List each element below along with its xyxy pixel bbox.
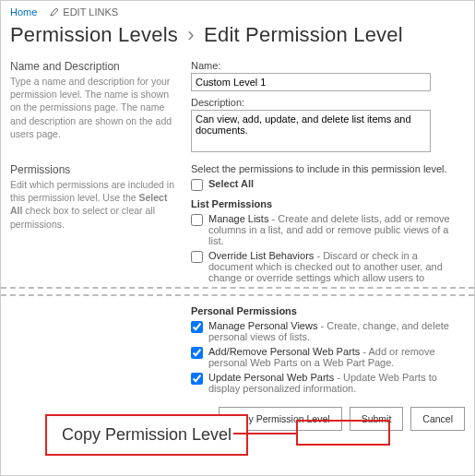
- callout-copy-permission-level: Copy Permission Level: [45, 414, 248, 456]
- perm-manage-personal-views-checkbox[interactable]: [191, 321, 203, 333]
- page-title-current: Edit Permission Level: [204, 23, 403, 46]
- page-title: Permission Levels › Edit Permission Leve…: [10, 23, 465, 47]
- nav-home-link[interactable]: Home: [10, 6, 37, 18]
- section-perms-title: Permissions: [10, 163, 174, 176]
- perm-update-webparts-label: Update Personal Web Parts - Update Web P…: [208, 372, 465, 394]
- section-namedesc-title: Name and Description: [10, 60, 174, 73]
- section-perms-desc: Edit which permissions are included in t…: [10, 178, 174, 231]
- name-input[interactable]: [191, 73, 431, 91]
- select-all-label: Select All: [208, 178, 254, 189]
- list-permissions-heading: List Permissions: [191, 198, 465, 209]
- perm-update-webparts-checkbox[interactable]: [191, 373, 203, 385]
- select-all-checkbox[interactable]: [191, 179, 203, 191]
- description-label: Description:: [191, 97, 465, 108]
- breadcrumb-separator-icon: ›: [187, 23, 195, 46]
- personal-permissions-heading: Personal Permissions: [191, 305, 465, 316]
- torn-separator: [1, 287, 474, 296]
- perm-override-list-label: Override List Behaviors - Discard or che…: [208, 250, 465, 283]
- perm-add-remove-webparts-checkbox[interactable]: [191, 347, 203, 359]
- cancel-button[interactable]: Cancel: [410, 407, 465, 431]
- section-namedesc-desc: Type a name and description for your per…: [10, 75, 174, 140]
- name-label: Name:: [191, 60, 465, 71]
- perms-intro: Select the permissions to include in thi…: [191, 163, 465, 174]
- nav-edit-links-label: EDIT LINKS: [63, 6, 118, 18]
- highlight-copy-button: [296, 420, 390, 446]
- callout-connector-line: [233, 433, 298, 434]
- perm-manage-personal-views-label: Manage Personal Views - Create, change, …: [208, 320, 465, 342]
- perm-manage-lists-checkbox[interactable]: [191, 214, 203, 226]
- pencil-icon: [50, 7, 59, 17]
- description-textarea[interactable]: Can view, add, update, and delete list i…: [191, 110, 431, 152]
- perm-add-remove-webparts-label: Add/Remove Personal Web Parts - Add or r…: [208, 346, 465, 368]
- perm-override-list-checkbox[interactable]: [191, 251, 203, 263]
- nav-edit-links[interactable]: EDIT LINKS: [50, 6, 118, 18]
- breadcrumb-permission-levels[interactable]: Permission Levels: [10, 23, 178, 46]
- perm-manage-lists-label: Manage Lists - Create and delete lists, …: [208, 213, 465, 246]
